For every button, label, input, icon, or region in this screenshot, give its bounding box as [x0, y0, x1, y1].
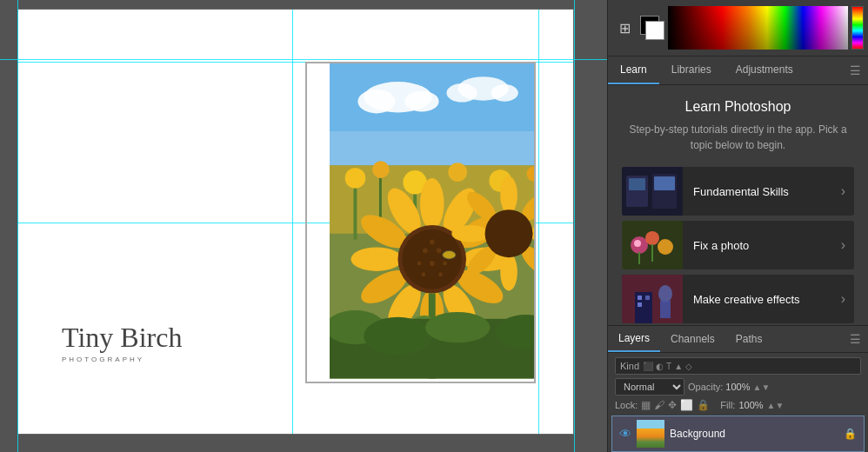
svg-rect-62 — [629, 178, 645, 190]
color-picker-area: ⊞ — [608, 0, 868, 56]
svg-point-12 — [403, 170, 426, 194]
svg-point-54 — [485, 209, 533, 257]
right-panel: ⊞ Learn Libraries Adjustments ☰ Learn Ph… — [607, 0, 868, 452]
blend-mode-select[interactable]: Normal — [615, 378, 684, 396]
svg-rect-64 — [654, 176, 675, 190]
svg-point-48 — [529, 225, 536, 243]
tab-channels[interactable]: Channels — [660, 327, 725, 351]
tutorial-card-creative-effects[interactable]: Make creative effects › — [622, 275, 854, 323]
tab-paths[interactable]: Paths — [725, 327, 773, 351]
svg-point-59 — [496, 315, 536, 349]
fill-stepper[interactable]: ▲▼ — [767, 401, 785, 410]
svg-point-58 — [425, 312, 491, 342]
color-gradient-picker[interactable] — [668, 6, 848, 50]
svg-point-7 — [491, 84, 518, 102]
tutorial-label-creative-effects: Make creative effects — [683, 293, 832, 306]
guide-vertical-1 — [292, 10, 293, 434]
kind-adjust-icon[interactable]: ◐ — [656, 362, 664, 371]
tab-learn[interactable]: Learn — [608, 56, 659, 84]
lock-paint-icon[interactable]: 🖌 — [654, 399, 664, 411]
svg-point-67 — [634, 240, 641, 247]
svg-point-46 — [500, 176, 517, 214]
svg-point-22 — [462, 247, 513, 270]
svg-point-41 — [443, 250, 457, 259]
layers-panel: Layers Channels Paths ☰ Kind ⬛ ◐ T ▲ ◇ — [608, 325, 868, 452]
svg-point-24 — [437, 279, 483, 336]
tutorial-thumb-fundamental — [622, 167, 683, 216]
svg-point-11 — [372, 161, 390, 178]
layer-thumbnail — [637, 420, 664, 448]
svg-point-32 — [402, 229, 462, 289]
svg-rect-9 — [330, 165, 536, 233]
tutorial-card-fundamental[interactable]: Fundamental Skills › — [622, 167, 854, 216]
layers-menu-icon[interactable]: ☰ — [843, 326, 868, 352]
svg-point-33 — [437, 248, 442, 253]
kind-pixel-icon[interactable]: ⬛ — [643, 362, 653, 371]
svg-rect-75 — [638, 296, 642, 300]
svg-point-45 — [434, 330, 471, 359]
layer-visibility-toggle[interactable]: 👁 — [619, 427, 631, 441]
svg-point-39 — [422, 272, 426, 276]
lock-label: Lock: — [615, 400, 638, 410]
svg-point-35 — [430, 261, 435, 266]
svg-point-15 — [527, 166, 536, 182]
sunflower-image — [330, 62, 536, 382]
svg-point-31 — [398, 225, 466, 293]
svg-point-78 — [658, 285, 672, 302]
svg-point-19 — [420, 178, 444, 229]
signature-name: Tiny Birch — [62, 322, 182, 353]
document-canvas: Tiny Birch PHOTOGRAPHY — [17, 9, 574, 435]
panel-menu-icon[interactable]: ☰ — [843, 56, 868, 84]
svg-point-14 — [490, 170, 512, 192]
guide-outer-h1 — [0, 59, 607, 60]
svg-point-53 — [463, 187, 501, 225]
svg-point-38 — [438, 272, 443, 276]
hue-strip[interactable] — [851, 6, 864, 50]
svg-rect-8 — [330, 165, 536, 378]
svg-point-28 — [351, 247, 403, 270]
kind-type-icon[interactable]: T — [666, 362, 671, 371]
svg-point-40 — [430, 240, 435, 245]
svg-point-56 — [330, 310, 385, 344]
svg-point-27 — [356, 263, 412, 309]
layer-kind-search[interactable]: Kind ⬛ ◐ T ▲ ◇ — [615, 357, 861, 375]
tutorial-arrow-fundamental: › — [832, 183, 854, 199]
canvas-workspace: Tiny Birch PHOTOGRAPHY — [0, 0, 607, 452]
svg-point-57 — [364, 317, 431, 355]
svg-rect-1 — [330, 131, 536, 174]
fill-label: Fill: — [720, 400, 735, 410]
lock-transparency-icon[interactable]: ▦ — [641, 399, 651, 411]
kind-shape-icon[interactable]: ▲ — [674, 362, 683, 371]
svg-point-34 — [423, 248, 428, 253]
layer-item-background[interactable]: 👁 Background 🔒 — [611, 415, 865, 452]
svg-rect-43 — [429, 293, 436, 378]
tutorial-card-fix-photo[interactable]: Fix a photo › — [622, 221, 854, 269]
kind-label: Kind — [620, 361, 639, 371]
tools-icon[interactable]: ⊞ — [612, 16, 637, 40]
opacity-stepper[interactable]: ▲▼ — [753, 382, 771, 392]
svg-point-30 — [381, 183, 427, 240]
svg-point-26 — [381, 279, 427, 336]
guide-outer-v1 — [17, 0, 18, 452]
photo-container — [305, 62, 536, 383]
tab-layers[interactable]: Layers — [608, 326, 660, 352]
svg-rect-71 — [651, 244, 653, 262]
svg-point-37 — [417, 262, 422, 266]
fill-value[interactable]: 100% — [738, 400, 763, 410]
tutorial-arrow-creative: › — [832, 291, 854, 307]
lock-artboard-icon[interactable]: ⬜ — [680, 399, 693, 411]
opacity-label: Opacity: — [688, 382, 723, 392]
color-swatches[interactable] — [640, 16, 664, 40]
opacity-value[interactable]: 100% — [725, 382, 750, 392]
layers-controls: Kind ⬛ ◐ T ▲ ◇ Normal Opacity: — [608, 353, 868, 415]
tab-adjustments[interactable]: Adjustments — [724, 56, 805, 84]
svg-rect-17 — [379, 178, 382, 221]
tab-libraries[interactable]: Libraries — [659, 56, 724, 84]
guide-vertical-2 — [538, 10, 539, 434]
lock-move-icon[interactable]: ✥ — [668, 399, 677, 411]
learn-panel-tabs: Learn Libraries Adjustments ☰ — [608, 56, 868, 85]
kind-smart-icon[interactable]: ◇ — [685, 362, 692, 371]
lock-all-icon[interactable]: 🔒 — [697, 399, 710, 411]
svg-rect-76 — [645, 296, 650, 300]
background-color[interactable] — [645, 21, 664, 40]
